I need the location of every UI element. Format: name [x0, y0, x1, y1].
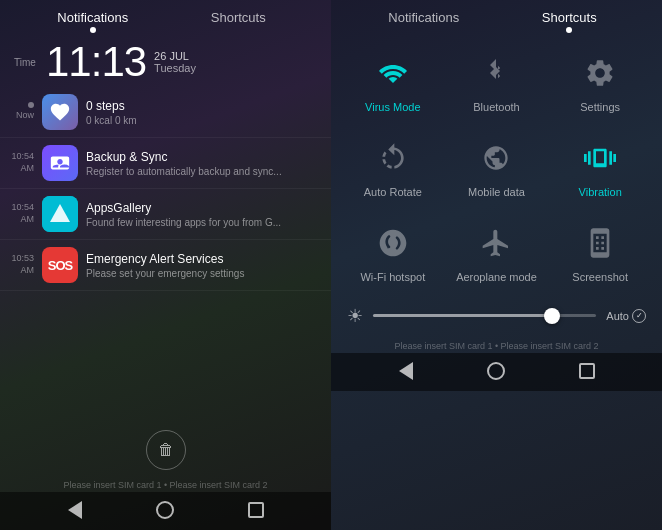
recent-button-right[interactable] [577, 361, 597, 381]
notif-icon-backup [42, 145, 78, 181]
bluetooth-label: Bluetooth [473, 101, 519, 114]
home-button-right[interactable] [486, 361, 506, 381]
shortcut-mobile-data[interactable]: Mobile data [445, 124, 549, 209]
notif-body-emergency: Emergency Alert Services Please set your… [86, 252, 321, 279]
shortcut-auto-rotate[interactable]: Auto Rotate [341, 124, 445, 209]
clock-day-month: 26 JUL [154, 50, 196, 62]
brightness-icon: ☀ [347, 305, 363, 327]
nav-bar-left [0, 492, 331, 530]
notif-sub-appsgallery: Found few interesting apps for you from … [86, 217, 321, 228]
notif-body-backup: Backup & Sync Register to automatically … [86, 150, 321, 177]
screenshot-label: Screenshot [572, 271, 628, 284]
notif-item-emergency[interactable]: 10:53 AM SOS Emergency Alert Services Pl… [0, 240, 331, 291]
shortcut-virus-mode[interactable]: Virus Mode [341, 39, 445, 124]
home-button-left[interactable] [155, 500, 175, 520]
shortcut-wifi-hotspot[interactable]: Wi-Fi hotspot [341, 209, 445, 294]
shortcut-settings[interactable]: Settings [548, 39, 652, 124]
tab-notifications-left[interactable]: Notifications [20, 10, 166, 33]
auto-check-icon: ✓ [632, 309, 646, 323]
wifi-hotspot-icon [371, 221, 415, 265]
brightness-fill [373, 314, 552, 317]
notif-body-steps: 0 steps 0 kcal 0 km [86, 99, 321, 126]
mobile-data-icon [474, 136, 518, 180]
notif-title-steps: 0 steps [86, 99, 321, 113]
notif-time-emergency: 10:53 AM [6, 253, 34, 276]
wifi-hotspot-label: Wi-Fi hotspot [360, 271, 425, 284]
notif-title-appsgallery: AppsGallery [86, 201, 321, 215]
notification-list: Now 0 steps 0 kcal 0 km 10:54 AM [0, 87, 331, 422]
back-button-right[interactable] [396, 361, 416, 381]
notif-icon-health [42, 94, 78, 130]
notif-item-steps[interactable]: Now 0 steps 0 kcal 0 km [0, 87, 331, 138]
brightness-auto[interactable]: Auto ✓ [606, 309, 646, 323]
brightness-slider[interactable] [373, 314, 596, 317]
brightness-row: ☀ Auto ✓ [331, 295, 662, 337]
shortcut-screenshot[interactable]: Screenshot [548, 209, 652, 294]
wifi-icon [371, 51, 415, 95]
clock-weekday: Tuesday [154, 62, 196, 74]
notif-time-steps: Now [6, 102, 34, 122]
settings-label: Settings [580, 101, 620, 114]
shortcut-bluetooth[interactable]: Bluetooth [445, 39, 549, 124]
brightness-thumb[interactable] [544, 308, 560, 324]
aeroplane-label: Aeroplane mode [456, 271, 537, 284]
mobile-data-label: Mobile data [468, 186, 525, 199]
shortcut-vibration[interactable]: Vibration [548, 124, 652, 209]
nav-bar-right [331, 353, 662, 391]
shortcut-aeroplane[interactable]: Aeroplane mode [445, 209, 549, 294]
virus-mode-label: Virus Mode [365, 101, 420, 114]
notif-title-emergency: Emergency Alert Services [86, 252, 321, 266]
auto-rotate-label: Auto Rotate [364, 186, 422, 199]
notif-body-appsgallery: AppsGallery Found few interesting apps f… [86, 201, 321, 228]
rotate-icon [371, 136, 415, 180]
notif-title-backup: Backup & Sync [86, 150, 321, 164]
clock-date: 26 JUL Tuesday [154, 50, 196, 74]
screenshot-icon [578, 221, 622, 265]
notif-time-backup: 10:54 AM [6, 151, 34, 174]
right-tab-bar: Notifications Shortcuts [331, 0, 662, 33]
clear-notifications-button[interactable]: 🗑 [146, 430, 186, 470]
aeroplane-icon [474, 221, 518, 265]
notif-item-appsgallery[interactable]: 10:54 AM AppsGallery Found few interesti… [0, 189, 331, 240]
notif-sub-backup: Register to automatically backup and syn… [86, 166, 321, 177]
clear-notifications-area: 🗑 [0, 422, 331, 476]
sim-bar-right: Please insert SIM card 1 • Please insert… [331, 337, 662, 353]
notif-icon-emergency: SOS [42, 247, 78, 283]
clock-row: Time 11:13 26 JUL Tuesday [0, 33, 331, 87]
right-panel: Notifications Shortcuts Virus Mode [331, 0, 662, 530]
recent-button-left[interactable] [246, 500, 266, 520]
left-panel: Notifications Shortcuts Time 11:13 26 JU… [0, 0, 331, 530]
notif-sub-steps: 0 kcal 0 km [86, 115, 321, 126]
notif-time-appsgallery: 10:54 AM [6, 202, 34, 225]
tab-notifications-right[interactable]: Notifications [351, 10, 497, 33]
settings-icon [578, 51, 622, 95]
left-tab-bar: Notifications Shortcuts [0, 0, 331, 33]
vibration-label: Vibration [579, 186, 622, 199]
vibration-icon [578, 136, 622, 180]
notif-sub-emergency: Please set your emergency settings [86, 268, 321, 279]
time-label: Time [14, 57, 42, 68]
tab-shortcuts-right[interactable]: Shortcuts [497, 10, 643, 33]
notif-icon-appsgallery [42, 196, 78, 232]
bluetooth-icon [474, 51, 518, 95]
auto-label: Auto [606, 310, 629, 322]
clock-display: 11:13 [46, 41, 146, 83]
sim-bar-left: Please insert SIM card 1 • Please insert… [0, 476, 331, 492]
shortcuts-grid: Virus Mode Bluetooth Settings [331, 33, 662, 295]
notif-item-backup[interactable]: 10:54 AM Backup & Sync Register to autom… [0, 138, 331, 189]
tab-shortcuts-left[interactable]: Shortcuts [166, 10, 312, 33]
back-button-left[interactable] [65, 500, 85, 520]
